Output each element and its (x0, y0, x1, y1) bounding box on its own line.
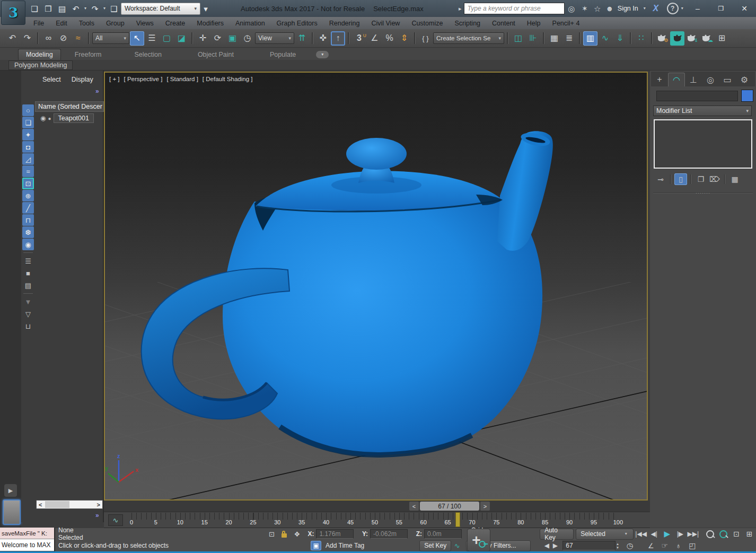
window-crossing-icon[interactable]: ◪ (174, 31, 189, 46)
display-misc-toggle-icon[interactable]: ❆ (22, 226, 34, 238)
explorer-horizontal-scrollbar[interactable]: < > (36, 500, 103, 509)
spinner-snap-icon[interactable]: ⇕ (397, 31, 411, 46)
scroll-right-icon[interactable]: > (95, 502, 102, 508)
menu-views[interactable]: Views (130, 17, 160, 29)
remove-modifier-icon[interactable]: ⌦ (708, 173, 721, 185)
select-by-name-icon[interactable]: ☰ (145, 31, 159, 46)
3ds-max-logo[interactable]: 3 (1, 1, 25, 25)
polygon-modeling-panel-button[interactable]: Polygon Modeling (8, 60, 73, 70)
redo-button[interactable]: ↷ (88, 2, 102, 15)
object-name-field[interactable] (656, 91, 738, 101)
help-icon[interactable]: ? (667, 3, 679, 14)
schematic-view-icon[interactable]: ∷ (634, 31, 648, 46)
go-to-end-icon[interactable]: ▶▶| (687, 529, 700, 539)
explorer-expand-chevron-bottom[interactable]: » (95, 512, 99, 519)
selection-region-mode-icon[interactable]: ⊡ (265, 531, 278, 538)
field-of-view-icon[interactable]: ∠ (644, 540, 658, 551)
menu-scripting[interactable]: Scripting (449, 17, 486, 29)
create-tab[interactable]: + (651, 73, 668, 86)
menu-content[interactable]: Content (486, 17, 521, 29)
menu-file[interactable]: File (28, 17, 50, 29)
named-selection-set-input[interactable]: Create Selection Se ▾ (433, 32, 504, 44)
toggle-layer-explorer-icon[interactable]: ≣ (562, 31, 576, 46)
maximize-viewport-toggle-icon[interactable]: ◰ (685, 540, 699, 551)
maxscript-mini-listener[interactable]: saveMaxFile " K: Welcome to MAX (0, 528, 55, 551)
explorer-column-header[interactable]: Name (Sorted Descer (35, 101, 104, 112)
absolute-offset-toggle-icon[interactable]: ❖ (291, 531, 303, 538)
rectangular-selection-region-icon[interactable]: ▢ (160, 31, 174, 46)
viewport-menu-shading[interactable]: [ Default Shading ] (203, 76, 253, 82)
next-frame-icon[interactable]: |▶ (674, 529, 687, 539)
rollout-drag-dots[interactable]: ······· (696, 190, 710, 196)
display-shapes-toggle-icon[interactable]: ❏ (22, 117, 34, 128)
next-frame-icon[interactable]: > (480, 502, 490, 511)
display-geometry-toggle-icon[interactable]: ○ (22, 104, 34, 116)
scroll-left-icon[interactable]: < (37, 502, 44, 508)
display-tab[interactable]: ▭ (719, 73, 736, 86)
reference-coordinate-dropdown[interactable]: View ▾ (255, 32, 294, 44)
open-autodesk-library-icon[interactable]: ⊞ (715, 31, 729, 46)
pin-stack-icon[interactable]: ⊸ (654, 173, 667, 185)
motion-tab[interactable]: ◎ (702, 73, 719, 86)
project-folder-button[interactable]: ❑ (107, 2, 121, 15)
display-containers-toggle-icon[interactable]: ⊕ (22, 190, 34, 201)
communication-center-icon[interactable]: ✶ (578, 5, 591, 12)
visibility-eye-icon[interactable]: ◉ (40, 115, 46, 122)
current-frame-field[interactable]: 67 (562, 541, 616, 550)
viewport-menu-standard[interactable]: [ Standard ] (166, 76, 198, 82)
workspace-dropdown[interactable]: Workspace: Default ▾ (121, 3, 200, 15)
select-and-manipulate-icon[interactable]: ✜ (316, 31, 330, 46)
modifier-list-dropdown[interactable]: Modifier List ▾ (653, 106, 752, 116)
z-coordinate-field[interactable]: 0.0m (424, 529, 462, 539)
selection-lock-icon[interactable] (278, 531, 291, 538)
redo-icon[interactable]: ↷ (20, 31, 34, 46)
orbit-icon[interactable]: ♁ (672, 540, 685, 551)
mirror-icon[interactable]: ◫ (511, 31, 525, 46)
ribbon-tab-populate[interactable]: Populate (262, 49, 303, 60)
frame-spinner[interactable]: ▴ ▾ (617, 542, 619, 549)
viewport-menu-general[interactable]: [ + ] (109, 76, 120, 82)
menu-animation[interactable]: Animation (230, 17, 271, 29)
zoom-extents-icon[interactable]: ⊡ (730, 529, 743, 539)
filter-icon[interactable]: ▽ (22, 308, 34, 320)
menu-graph-editors[interactable]: Graph Editors (271, 17, 323, 29)
undo-dropdown-icon[interactable]: ▾ (83, 6, 88, 11)
user-icon[interactable]: ☻ (604, 5, 616, 12)
menu-pencil-plus[interactable]: Pencil+ 4 (547, 17, 586, 29)
angle-snap-icon[interactable]: ∠ (367, 31, 382, 46)
menu-help[interactable]: Help (521, 17, 547, 29)
frame-forward-icon[interactable]: ▶ (551, 540, 559, 551)
quick-access-flyout-icon[interactable]: ▾ (200, 2, 211, 15)
go-to-start-icon[interactable]: |◀◀ (635, 529, 648, 539)
menu-tools[interactable]: Tools (73, 17, 100, 29)
undo-button[interactable]: ↶ (69, 2, 83, 15)
menu-edit[interactable]: Edit (50, 17, 73, 29)
scrollbar-thumb[interactable] (45, 501, 69, 508)
material-view-icon[interactable]: ■ (22, 267, 34, 279)
frame-indicator[interactable]: 67 / 100 (420, 502, 479, 511)
properties-view-icon[interactable]: ▤ (22, 279, 34, 291)
frame-back-icon[interactable]: ◀ (542, 540, 551, 551)
teapot-object[interactable] (142, 130, 553, 455)
spinner-down-icon[interactable]: ▾ (617, 546, 619, 549)
menu-group[interactable]: Group (100, 17, 130, 29)
container-view-icon[interactable]: ⊔ (22, 320, 34, 332)
show-end-result-icon[interactable]: ▯ (674, 173, 687, 185)
time-slider-playhead[interactable] (455, 512, 460, 527)
edit-named-selection-sets-icon[interactable]: { } (418, 31, 433, 46)
display-hidden-toggle-icon[interactable]: ◉ (22, 239, 34, 250)
configure-modifier-sets-icon[interactable]: ▦ (728, 173, 741, 185)
set-keys-button[interactable]: + (467, 529, 490, 551)
make-unique-icon[interactable]: ❐ (695, 173, 707, 185)
modify-tab[interactable]: ◠ (668, 73, 685, 86)
display-frozen-toggle-icon[interactable]: ⊓ (22, 214, 34, 226)
search-input[interactable]: Type a keyword or phrase (464, 3, 565, 14)
use-pivot-center-icon[interactable]: ⇈ (295, 31, 309, 46)
toggle-ribbon-icon[interactable]: ▥ (583, 31, 597, 46)
maxscript-line-white[interactable]: Welcome to MAX (0, 539, 54, 551)
help-dropdown-icon[interactable]: ▾ (679, 6, 686, 11)
auto-key-button[interactable]: Auto Key (540, 529, 574, 540)
perspective-viewport[interactable]: z x y [ + ] [ Perspective ] [ Standard ]… (104, 72, 648, 501)
select-and-scale-icon[interactable]: ▣ (225, 31, 240, 46)
selection-filter-dropdown[interactable]: All ▾ (92, 32, 129, 44)
